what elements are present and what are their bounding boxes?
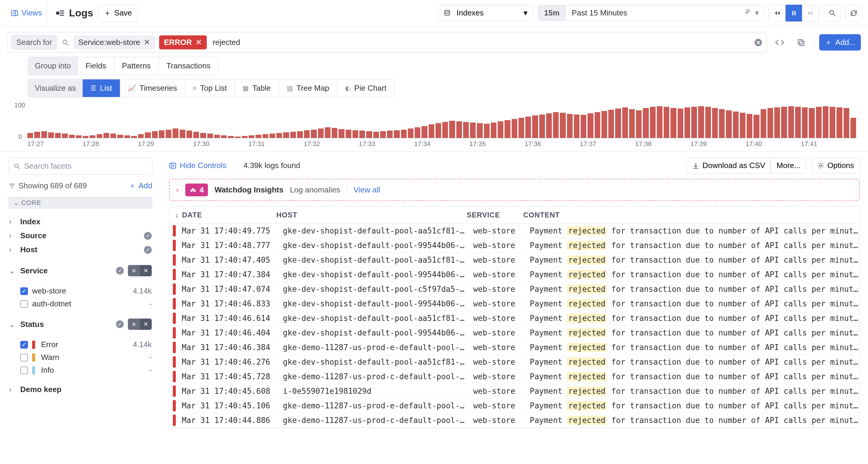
histogram-bar[interactable] (27, 133, 33, 138)
table-row[interactable]: Mar 31 17:40:45.106gke-demo-11287-us-pro… (169, 399, 859, 413)
rewind-button[interactable] (769, 5, 785, 22)
histogram-bar[interactable] (415, 127, 420, 138)
histogram-bar[interactable] (48, 132, 54, 138)
histogram-bar[interactable] (525, 117, 531, 138)
add-facet-button[interactable]: ＋ Add (128, 181, 152, 191)
histogram-bar[interactable] (159, 130, 164, 138)
histogram-bar[interactable] (491, 123, 496, 138)
histogram-bar[interactable] (712, 108, 718, 138)
histogram-bar[interactable] (643, 108, 648, 138)
col-content[interactable]: CONTENT (523, 211, 854, 219)
histogram-bar[interactable] (366, 131, 372, 138)
histogram-bar[interactable] (636, 110, 642, 138)
histogram-bar[interactable] (173, 128, 178, 138)
table-row[interactable]: Mar 31 17:40:49.775gke-dev-shopist-defau… (169, 224, 859, 238)
histogram-bar[interactable] (664, 107, 669, 138)
histogram-bar[interactable] (726, 110, 732, 138)
histogram-bar[interactable] (193, 132, 199, 138)
histogram-bar[interactable] (34, 132, 40, 138)
histogram-bar[interactable] (567, 114, 572, 138)
histogram-bar[interactable] (560, 113, 565, 138)
histogram-bar[interactable] (352, 130, 358, 138)
pause-button[interactable] (785, 5, 802, 22)
viz-opt-pie-chart[interactable]: ◐Pie Chart (337, 80, 394, 97)
table-row[interactable]: Mar 31 17:40:46.384gke-demo-11287-us-pro… (169, 340, 859, 355)
histogram-bar[interactable] (512, 119, 517, 138)
facet-search-input[interactable]: Search facets (8, 158, 152, 175)
histogram-bar[interactable] (207, 133, 213, 138)
histogram-bar[interactable] (519, 118, 524, 138)
histogram-bar[interactable] (339, 129, 344, 138)
facet-service[interactable]: ⌄ Service ✓ ≡ ✕ (8, 262, 152, 279)
histogram-bar[interactable] (449, 121, 455, 138)
histogram-bar[interactable] (781, 107, 787, 138)
histogram-bar[interactable] (823, 106, 829, 138)
save-button[interactable]: ＋ Save (98, 4, 137, 22)
histogram-bar[interactable] (553, 112, 559, 138)
table-row[interactable]: Mar 31 17:40:47.074gke-dev-shopist-defau… (169, 282, 859, 297)
histogram-bar[interactable] (608, 110, 614, 138)
histogram-bar[interactable] (359, 131, 365, 138)
histogram-bar[interactable] (588, 113, 593, 138)
histogram-bar[interactable] (650, 107, 656, 138)
histogram-bar[interactable] (97, 134, 102, 138)
time-range-picker[interactable]: 15m Past 15 Minutes ▾ (538, 5, 764, 21)
histogram-bar[interactable] (761, 109, 766, 138)
checkbox[interactable] (20, 354, 28, 361)
histogram-bar[interactable] (200, 133, 206, 138)
histogram-bar[interactable] (283, 132, 289, 138)
histogram-bar[interactable] (539, 115, 545, 138)
checkbox[interactable] (20, 366, 28, 374)
checkbox[interactable] (20, 341, 28, 349)
histogram-bar[interactable] (270, 133, 275, 138)
histogram-bar[interactable] (802, 107, 808, 138)
forward-button[interactable] (802, 5, 819, 22)
download-csv-button[interactable]: Download as CSV (686, 158, 771, 174)
histogram-bar[interactable] (774, 107, 780, 138)
histogram-bar[interactable] (747, 114, 752, 138)
histogram-bar[interactable] (788, 106, 794, 138)
histogram-bar[interactable] (152, 131, 158, 138)
table-row[interactable]: Mar 31 17:40:47.384gke-dev-shopist-defau… (169, 268, 859, 282)
code-icon[interactable] (771, 34, 788, 51)
group-opt-fields[interactable]: Fields (78, 57, 114, 75)
facet-clear-icon[interactable]: ✕ (140, 318, 152, 330)
pin-icon[interactable] (744, 8, 751, 18)
search-text[interactable]: rejected (211, 38, 750, 47)
clear-search-icon[interactable] (754, 38, 763, 47)
chevron-down-icon[interactable]: ▾ (755, 8, 759, 18)
histogram-bar[interactable] (629, 109, 635, 138)
close-icon[interactable]: ✕ (195, 38, 202, 47)
table-row[interactable]: Mar 31 17:40:44.886gke-demo-11287-us-pro… (169, 413, 859, 428)
histogram-bar[interactable] (532, 115, 538, 138)
histogram-bar[interactable] (429, 124, 434, 138)
histogram-bar[interactable] (373, 132, 379, 138)
histogram-bar[interactable] (657, 106, 662, 138)
search-bar[interactable]: Search for Service:web-store ✕ ERROR ✕ r… (7, 32, 767, 53)
col-host[interactable]: HOST (276, 211, 461, 219)
facet-value-info[interactable]: Info- (8, 364, 152, 376)
hide-controls-button[interactable]: Hide Controls (169, 161, 227, 170)
histogram-bar[interactable] (574, 115, 580, 138)
histogram-bar[interactable] (180, 130, 185, 138)
table-row[interactable]: Mar 31 17:40:46.614gke-dev-shopist-defau… (169, 311, 859, 326)
facet-demo-keep[interactable]: › Demo keep (8, 382, 152, 397)
histogram-bar[interactable] (346, 130, 351, 138)
histogram-bar[interactable] (263, 134, 268, 138)
group-opt-transactions[interactable]: Transactions (159, 57, 218, 75)
facet-value-web-store[interactable]: web-store4.14k (8, 285, 152, 298)
viz-opt-top-list[interactable]: ≡Top List (185, 80, 235, 97)
facet-filter-icon[interactable]: ≡ (128, 318, 140, 330)
histogram-bar[interactable] (456, 121, 462, 138)
checkbox[interactable] (20, 287, 28, 295)
facet-host[interactable]: ›Host✓ (8, 243, 152, 257)
histogram-bar[interactable] (504, 120, 510, 138)
histogram-bar[interactable] (325, 127, 331, 138)
histogram-bar[interactable] (795, 107, 801, 138)
table-row[interactable]: Mar 31 17:40:46.833gke-dev-shopist-defau… (169, 297, 859, 311)
facet-filter-icon[interactable]: ≡ (128, 265, 140, 276)
histogram-bars[interactable] (27, 106, 856, 138)
histogram-bar[interactable] (187, 131, 192, 138)
histogram-bar[interactable] (435, 123, 441, 138)
histogram-bar[interactable] (401, 130, 407, 138)
